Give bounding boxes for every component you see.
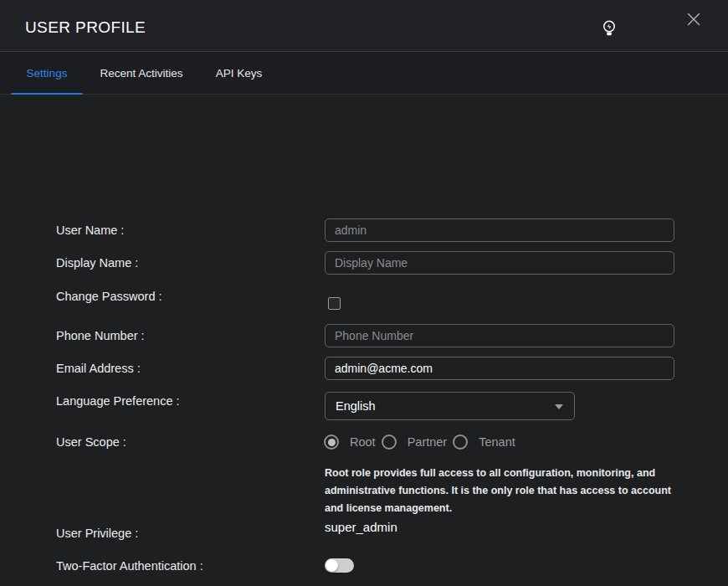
- two-factor-toggle[interactable]: [325, 558, 354, 573]
- language-preference-value: English: [326, 393, 574, 419]
- user-privilege-value: super_admin: [325, 520, 397, 534]
- radio-partner[interactable]: [382, 434, 397, 450]
- page-title: USER PROFILE: [25, 18, 146, 37]
- chevron-down-icon: [555, 404, 563, 409]
- lightbulb-icon: [602, 29, 617, 44]
- close-button[interactable]: [684, 12, 703, 30]
- radio-partner-label[interactable]: Partner: [408, 435, 448, 449]
- tab-api-keys[interactable]: API Keys: [200, 52, 278, 95]
- display-name-input[interactable]: [325, 251, 674, 275]
- tab-settings[interactable]: Settings: [11, 52, 83, 95]
- radio-root[interactable]: [324, 434, 339, 450]
- language-preference-select[interactable]: English: [325, 392, 575, 420]
- user-name-label: User Name :: [56, 224, 124, 238]
- dialog-header: USER PROFILE: [0, 0, 728, 52]
- tab-api-keys-label: API Keys: [216, 67, 263, 80]
- user-profile-dialog: USER PROFILE Settings Recent Acti: [0, 0, 728, 586]
- user-scope-label: User Scope :: [56, 435, 126, 450]
- radio-tenant-label[interactable]: Tenant: [479, 435, 515, 449]
- tab-bar: Settings Recent Activities API Keys: [0, 52, 728, 95]
- user-name-input[interactable]: [325, 218, 674, 242]
- two-factor-label: Two-Factor Authentication :: [56, 559, 203, 573]
- phone-number-input[interactable]: [325, 324, 674, 347]
- toggle-knob: [326, 559, 338, 572]
- change-password-label: Change Password :: [56, 290, 162, 304]
- user-privilege-label: User Privilege :: [56, 527, 138, 541]
- settings-panel: User Name : Display Name : Change Passwo…: [0, 95, 728, 586]
- user-scope-radio-group: Root Partner Tenant: [324, 434, 521, 450]
- radio-tenant[interactable]: [453, 434, 468, 450]
- change-password-checkbox[interactable]: [328, 297, 341, 310]
- hint-button[interactable]: [602, 19, 620, 41]
- language-preference-label: Language Preference :: [56, 394, 180, 409]
- tab-settings-label: Settings: [27, 67, 68, 80]
- tab-recent-activities[interactable]: Recent Activities: [83, 52, 200, 95]
- tab-recent-activities-label: Recent Activities: [100, 67, 182, 80]
- phone-number-label: Phone Number :: [56, 329, 145, 343]
- display-name-label: Display Name :: [56, 256, 138, 270]
- email-address-input[interactable]: [325, 357, 674, 380]
- email-address-label: Email Address :: [56, 362, 141, 376]
- close-icon: [687, 13, 700, 29]
- radio-root-label[interactable]: Root: [350, 435, 376, 449]
- user-scope-description: Root role provides full access to all co…: [325, 465, 674, 517]
